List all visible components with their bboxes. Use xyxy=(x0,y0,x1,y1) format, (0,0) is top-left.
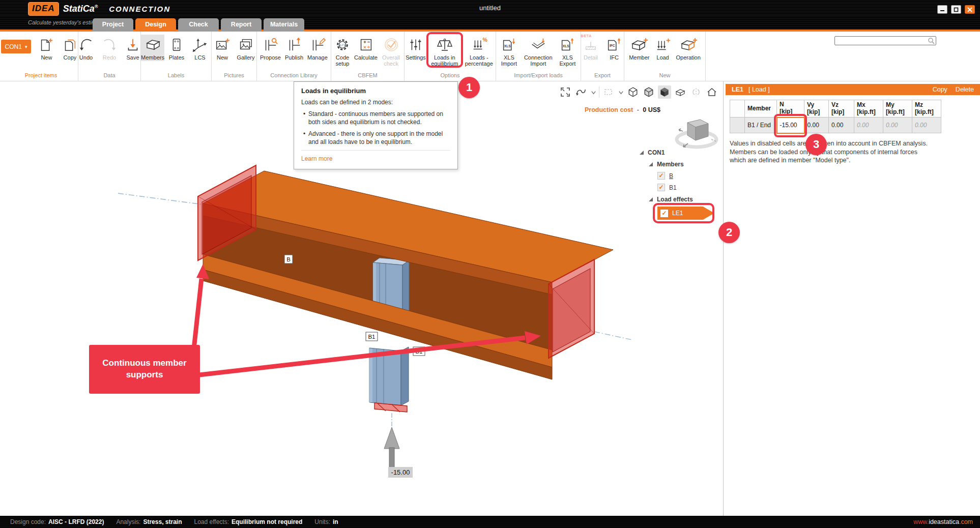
load-properties-panel: LE1 [ Load ] Copy Delete Member N[kip] V… xyxy=(724,81,980,516)
tooltip-divider xyxy=(301,150,450,151)
solid-view-button[interactable] xyxy=(658,85,671,99)
tooltip-bullet-advanced: •Advanced - there is only one support in… xyxy=(301,130,450,146)
tree-expand-icon[interactable] xyxy=(648,162,653,167)
redo-button: Redo xyxy=(98,35,121,61)
website-link[interactable]: www.ideastatica.com xyxy=(913,518,973,525)
con1-dropdown[interactable]: CON1 ▾ xyxy=(1,40,32,53)
tree-expand-icon[interactable] xyxy=(648,197,653,202)
ribbon-group-options: Settings Loads in equilibrium % Loads - … xyxy=(405,32,496,81)
zoom-window-chevron-icon[interactable] xyxy=(618,89,624,95)
new-load-button[interactable]: Load xyxy=(652,35,674,61)
status-load-effects: Load effects:Equilibrium not required xyxy=(194,518,302,525)
svg-text:%: % xyxy=(483,37,487,43)
search-box xyxy=(834,36,936,45)
learn-more-link[interactable]: Learn more xyxy=(301,155,332,162)
plates-icon xyxy=(168,35,185,54)
wireframe-view-button[interactable] xyxy=(626,85,640,99)
undo-button[interactable]: Undo xyxy=(75,35,97,61)
svg-text:XLS: XLS xyxy=(504,44,511,48)
row-indicator-cell xyxy=(730,118,745,133)
tree-item-con1[interactable]: CON1 xyxy=(639,146,724,158)
xls-export-button[interactable]: XLS XLS Export xyxy=(555,35,581,68)
minimize-button[interactable] xyxy=(937,5,947,14)
panel-tag: [ Load ] xyxy=(748,86,770,93)
tree-item-member-b[interactable]: ✓ B xyxy=(639,170,724,182)
tab-report[interactable]: Report xyxy=(221,18,262,32)
model-tree: CON1 Members ✓ B ✓ B1 Load effects ✓ xyxy=(639,146,724,220)
col-vz: Vz[kip] xyxy=(829,100,854,118)
production-cost-label: Production cost xyxy=(585,106,633,113)
members-toggle-button[interactable]: Members xyxy=(141,35,164,61)
shaded-view-button[interactable] xyxy=(642,85,655,99)
home-view-button[interactable] xyxy=(705,85,718,99)
step2-badge: 2 xyxy=(718,222,740,243)
tree-item-load-effects[interactable]: Load effects xyxy=(639,193,724,205)
checkbox-member-b[interactable]: ✓ xyxy=(657,172,665,180)
rotate-view-button[interactable] xyxy=(574,85,588,99)
checkbox-le1[interactable]: ✓ xyxy=(660,210,668,217)
tree-item-members[interactable]: Members xyxy=(639,158,724,170)
zoom-window-icon xyxy=(603,87,614,97)
document-title: untitled xyxy=(0,4,980,12)
mirror-view-icon xyxy=(690,87,702,97)
step3-badge: 3 xyxy=(805,134,827,155)
n-value-cell[interactable]: -15.00 xyxy=(777,118,804,133)
detail-export-button: BETA Detail xyxy=(580,35,602,61)
close-button[interactable] xyxy=(965,5,975,14)
section-view-button[interactable] xyxy=(674,85,687,99)
settings-button[interactable]: Settings xyxy=(405,35,427,61)
svg-text:×: × xyxy=(363,44,366,50)
home-view-icon xyxy=(707,87,717,97)
load-table-row: B1 / End -15.00 0.00 0.00 0.00 0.00 0.00 xyxy=(730,118,941,133)
member-label-b: B xyxy=(284,255,293,263)
members-icon xyxy=(143,35,162,54)
new-member-button[interactable]: Member xyxy=(628,35,650,61)
rotate-options-chevron-icon[interactable] xyxy=(590,89,596,95)
code-setup-button[interactable]: </> Code setup xyxy=(331,35,354,68)
maximize-button[interactable] xyxy=(951,5,961,14)
tab-design[interactable]: Design xyxy=(135,18,176,32)
production-cost-value: 0 US$ xyxy=(643,106,660,113)
publish-button[interactable]: Publish xyxy=(283,35,305,61)
load-table-header-row: Member N[kip] Vy[kip] Vz[kip] Mx[kip.ft]… xyxy=(730,100,941,118)
tab-project[interactable]: Project xyxy=(93,18,133,32)
tree-item-le1[interactable]: ✓ LE1 xyxy=(657,207,714,220)
plates-toggle-button[interactable]: Plates xyxy=(165,35,188,61)
loads-in-equilibrium-button[interactable]: Loads in equilibrium xyxy=(428,35,462,68)
axis-line-right xyxy=(594,332,632,340)
navigation-cube[interactable] xyxy=(673,113,720,151)
tree-item-member-b1[interactable]: ✓ B1 xyxy=(639,182,724,193)
ribbon-group-cbfem: </> Code setup +−×÷ Calculate Overall ch… xyxy=(331,32,405,81)
new-operation-button[interactable]: Operation xyxy=(675,35,702,61)
delete-load-button[interactable]: Delete xyxy=(956,86,974,93)
3d-viewport[interactable]: -15.00 B B1 B1 xyxy=(0,81,724,516)
new-picture-button[interactable]: New xyxy=(211,35,234,61)
manage-button[interactable]: Manage xyxy=(306,35,329,61)
loads-percentage-button[interactable]: % Loads - percentage xyxy=(463,35,496,68)
vz-value-cell[interactable]: 0.00 xyxy=(829,118,854,133)
calculate-button[interactable]: +−×÷ Calculate xyxy=(355,35,377,61)
checkbox-member-b1[interactable]: ✓ xyxy=(657,184,665,191)
tree-expand-icon[interactable] xyxy=(639,150,644,155)
xls-import-button[interactable]: XLS XLS Import xyxy=(496,35,522,68)
maximize-icon xyxy=(953,7,959,13)
section-view-icon xyxy=(675,86,686,98)
connection-import-button[interactable]: Connection Import xyxy=(523,35,554,68)
lcs-toggle-button[interactable]: LCS xyxy=(189,35,211,61)
tab-check[interactable]: Check xyxy=(178,18,219,32)
ifc-export-button[interactable]: IFC IFC xyxy=(603,35,625,61)
search-input[interactable] xyxy=(835,37,928,44)
propose-button[interactable]: Propose xyxy=(259,35,282,61)
zoom-fit-button[interactable] xyxy=(559,85,572,99)
new-load-icon xyxy=(654,35,672,54)
viewport-toolbar xyxy=(559,84,718,100)
new-project-button[interactable]: New xyxy=(35,35,57,61)
loads-in-equilibrium-tooltip: Loads in equilibrium Loads can be define… xyxy=(294,81,458,169)
gallery-button[interactable]: Gallery xyxy=(235,35,257,61)
tab-materials[interactable]: Materials xyxy=(264,18,304,32)
disabled-cells-note: Values in disabled cells are not taken i… xyxy=(730,139,933,165)
solid-view-icon xyxy=(659,86,670,98)
vy-value-cell[interactable]: 0.00 xyxy=(804,118,829,133)
copy-load-button[interactable]: Copy xyxy=(933,86,947,93)
ribbon-group-export: BETA Detail IFC IFC Export xyxy=(581,32,624,81)
